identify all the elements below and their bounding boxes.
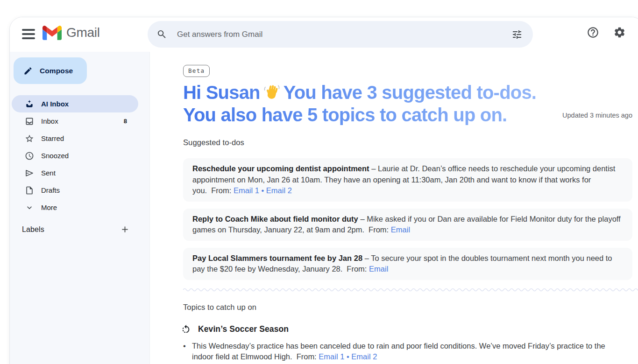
star-icon bbox=[25, 134, 34, 143]
topic-bullet-item: •This Wednesday’s practice has been canc… bbox=[183, 341, 617, 363]
from-label: From: bbox=[211, 186, 231, 195]
topic-header[interactable]: Kevin’s Soccer Season bbox=[181, 324, 638, 335]
todo-card[interactable]: Reply to Coach Mike about field monitor … bbox=[183, 209, 632, 241]
link-separator: • bbox=[344, 352, 351, 361]
email-link[interactable]: Email bbox=[369, 265, 388, 273]
from-label: From: bbox=[369, 225, 389, 234]
sidebar-item-snoozed[interactable]: Snoozed bbox=[12, 147, 138, 164]
todo-card-text: Pay Local Slammers tournament fee by Jan… bbox=[192, 253, 623, 275]
gmail-window: Gmail Compose AI bbox=[9, 17, 638, 364]
gmail-logo-icon bbox=[43, 25, 62, 40]
email-link[interactable]: Email 1 bbox=[319, 352, 344, 361]
greeting-headline: Hi Susan You have 3 suggested to-dos. Yo bbox=[183, 81, 538, 126]
email-link[interactable]: Email 2 bbox=[266, 186, 292, 195]
compose-button[interactable]: Compose bbox=[14, 57, 87, 84]
topics-section-title: Topics to catch up on bbox=[183, 303, 638, 312]
todo-card-text: Reply to Coach Mike about field monitor … bbox=[192, 214, 623, 236]
todo-title: Reschedule your upcoming dentist appoint… bbox=[192, 164, 369, 173]
todo-title: Pay Local Slammers tournament fee by Jan… bbox=[192, 254, 362, 262]
wave-emoji-icon bbox=[263, 84, 280, 101]
from-label: From: bbox=[347, 265, 367, 273]
sidebar-item-ai-inbox[interactable]: AI Inbox bbox=[12, 95, 138, 112]
topics-list: Kevin’s Soccer Season•This Wednesday’s p… bbox=[183, 324, 638, 363]
sidebar-item-label: More bbox=[41, 203, 57, 211]
search-input[interactable] bbox=[176, 29, 503, 40]
labels-section: Labels bbox=[12, 224, 138, 234]
beta-badge: Beta bbox=[183, 65, 210, 77]
hamburger-menu-icon[interactable] bbox=[22, 28, 36, 41]
sidebar: Compose AI InboxInbox8StarredSnoozedSent… bbox=[10, 52, 150, 364]
search-options-tune-icon[interactable] bbox=[511, 29, 523, 40]
sidebar-item-label: AI Inbox bbox=[41, 100, 69, 108]
bullet-marker: • bbox=[183, 341, 192, 363]
ai-inbox-icon bbox=[25, 99, 34, 109]
settings-gear-icon[interactable] bbox=[613, 26, 626, 39]
email-link[interactable]: Email 1 bbox=[234, 186, 259, 195]
search-bar[interactable] bbox=[148, 21, 533, 48]
gmail-brand: Gmail bbox=[43, 25, 100, 40]
todo-card-text: Reschedule your upcoming dentist appoint… bbox=[192, 163, 623, 196]
chevron-down-icon bbox=[25, 203, 34, 212]
from-label: From: bbox=[297, 352, 317, 361]
topic-bullet-text: This Wednesday’s practice has been cance… bbox=[192, 341, 617, 363]
search-icon bbox=[156, 29, 167, 40]
sidebar-item-label: Snoozed bbox=[41, 152, 69, 160]
link-separator: • bbox=[259, 186, 266, 195]
sidebar-item-sent[interactable]: Sent bbox=[12, 164, 138, 182]
sidebar-item-drafts[interactable]: Drafts bbox=[12, 182, 138, 199]
inbox-icon bbox=[25, 117, 34, 126]
todo-card[interactable]: Pay Local Slammers tournament fee by Jan… bbox=[183, 248, 632, 280]
todo-cards-list: Reschedule your upcoming dentist appoint… bbox=[183, 158, 638, 280]
wavy-divider bbox=[183, 287, 638, 293]
sidebar-item-label: Starred bbox=[41, 134, 64, 142]
topbar: Gmail bbox=[10, 17, 638, 52]
sidebar-item-inbox[interactable]: Inbox8 bbox=[12, 112, 138, 130]
pencil-icon bbox=[23, 66, 33, 76]
sidebar-item-starred[interactable]: Starred bbox=[12, 130, 138, 147]
email-link[interactable]: Email bbox=[391, 225, 410, 234]
todo-card[interactable]: Reschedule your upcoming dentist appoint… bbox=[183, 158, 632, 202]
clock-icon bbox=[25, 151, 34, 161]
unread-count-badge: 8 bbox=[124, 118, 138, 125]
brand-wordmark: Gmail bbox=[66, 25, 100, 40]
sidebar-item-label: Inbox bbox=[41, 117, 58, 125]
sidebar-item-label: Sent bbox=[41, 169, 56, 177]
help-icon[interactable] bbox=[587, 26, 599, 39]
email-link[interactable]: Email 2 bbox=[351, 352, 377, 361]
draft-icon bbox=[25, 186, 34, 195]
todo-title: Reply to Coach Mike about field monitor … bbox=[192, 215, 358, 223]
send-icon bbox=[25, 168, 34, 178]
topic-recurring-icon bbox=[181, 324, 191, 335]
sidebar-item-label: Drafts bbox=[41, 186, 60, 194]
headline-line1: Hi Susan You have 3 suggested to-dos. bbox=[183, 81, 538, 104]
sidebar-item-more[interactable]: More bbox=[12, 199, 138, 216]
labels-header: Labels bbox=[22, 225, 44, 234]
updated-timestamp: Updated 3 minutes ago bbox=[562, 112, 632, 119]
sidebar-nav: AI InboxInbox8StarredSnoozedSentDraftsMo… bbox=[10, 95, 149, 216]
headline-line2: You also have 5 topics to catch up on. bbox=[183, 104, 538, 126]
topic-title: Kevin’s Soccer Season bbox=[198, 324, 289, 334]
todos-section-title: Suggested to-dos bbox=[183, 138, 638, 147]
main-panel: Beta Hi Susan You have 3 suggest bbox=[150, 52, 638, 364]
add-label-plus-icon[interactable] bbox=[120, 224, 130, 234]
compose-label: Compose bbox=[40, 67, 73, 75]
